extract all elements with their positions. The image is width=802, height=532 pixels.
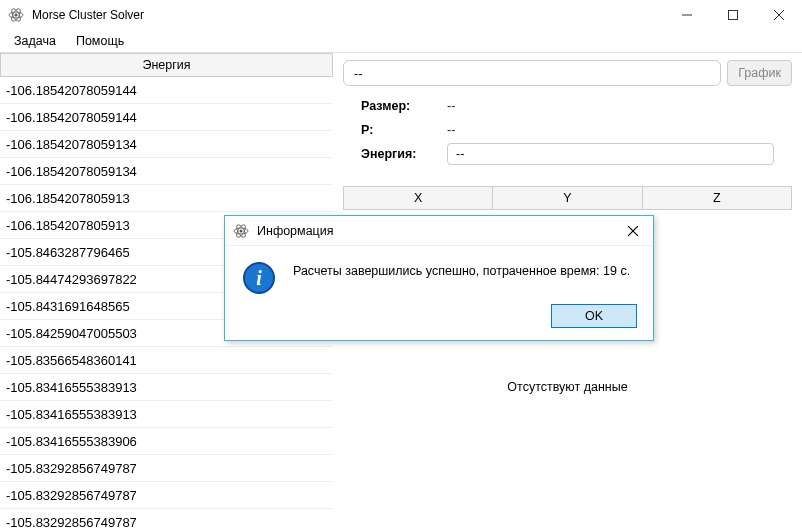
col-z: Z [643,187,791,209]
app-icon [8,7,24,23]
energy-item[interactable]: -105.83566548360141 [0,347,333,374]
energy-item[interactable]: -106.18542078059144 [0,104,333,131]
svg-point-8 [240,229,243,232]
dialog-message: Расчеты завершились успешно, потраченное… [293,262,635,278]
dialog-title-text: Информация [257,224,621,238]
graph-button[interactable]: График [727,60,792,86]
window-controls [664,0,802,30]
coord-header: X Y Z [343,186,792,210]
energy-item[interactable]: -106.18542078059134 [0,131,333,158]
p-label: P: [361,123,447,137]
menubar: Задача Помощь [0,30,802,52]
energy-item[interactable]: -105.83416555383906 [0,428,333,455]
energy-label: Энергия: [361,147,447,161]
svg-point-0 [15,14,18,17]
energy-item[interactable]: -106.18542078059134 [0,158,333,185]
size-value: -- [447,99,455,113]
energy-item[interactable]: -105.83416555383913 [0,374,333,401]
energy-item[interactable]: -105.83292856749787 [0,482,333,509]
energy-item[interactable]: -105.83416555383913 [0,401,333,428]
energy-item[interactable]: -105.83292856749787 [0,455,333,482]
energy-item[interactable]: -106.18542078059144 [0,77,333,104]
dialog-close-button[interactable] [621,219,645,243]
energy-item[interactable]: -105.83292856749787 [0,509,333,532]
info-dialog: Информация i Расчеты завершились успешно… [224,215,654,341]
info-icon: i [243,262,275,294]
no-data-message: Отсутствуют данные [343,380,792,394]
energy-header: Энергия [0,53,333,77]
col-y: Y [493,187,642,209]
menu-task[interactable]: Задача [14,34,56,48]
titlebar: Morse Cluster Solver [0,0,802,30]
p-value: -- [447,123,455,137]
dialog-titlebar[interactable]: Информация [225,216,653,246]
svg-rect-5 [729,11,738,20]
cluster-input[interactable] [343,60,721,86]
menu-help[interactable]: Помощь [76,34,124,48]
maximize-button[interactable] [710,0,756,30]
window-title: Morse Cluster Solver [32,8,664,22]
energy-item[interactable]: -106.1854207805913 [0,185,333,212]
col-x: X [344,187,493,209]
size-label: Размер: [361,99,447,113]
close-button[interactable] [756,0,802,30]
app-icon [233,223,249,239]
ok-button[interactable]: OK [551,304,637,328]
minimize-button[interactable] [664,0,710,30]
energy-value: -- [447,143,774,165]
